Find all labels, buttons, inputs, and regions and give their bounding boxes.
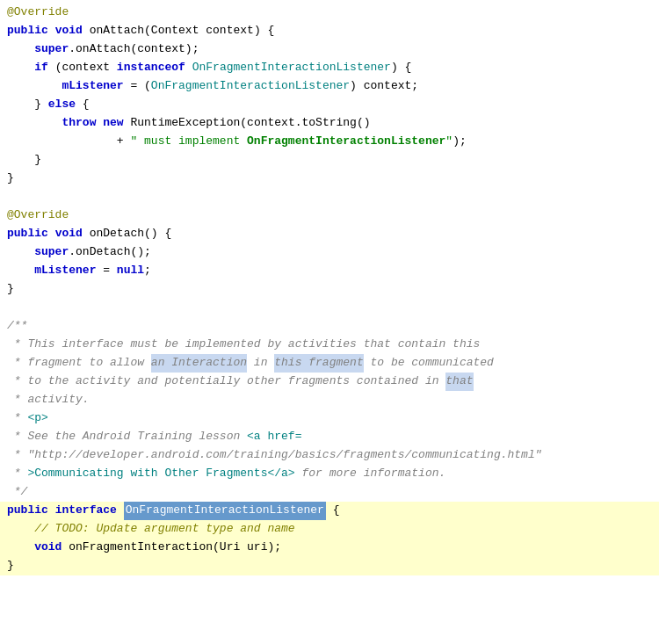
code-line-15: mListener = null; xyxy=(0,262,659,280)
code-line-26: * >Communicating with Other Fragments</a… xyxy=(0,465,659,483)
code-line-7: throw new RuntimeException(context.toStr… xyxy=(0,114,659,133)
code-line-25: * "http://developer.android.com/training… xyxy=(0,446,659,465)
code-editor: @Override public void onAttach(Context c… xyxy=(0,0,659,644)
code-line-12: @Override xyxy=(0,206,659,225)
code-line-16: } xyxy=(0,280,659,299)
code-line-19: * This interface must be implemented by … xyxy=(0,336,659,354)
code-line-18: /** xyxy=(0,317,659,336)
code-line-6: } else { xyxy=(0,96,659,114)
code-line-31: } xyxy=(0,557,659,575)
code-line-20: * fragment to allow an Interaction in th… xyxy=(0,354,659,373)
code-line-21: * to the activity and potentially other … xyxy=(0,373,659,391)
code-line-3: super.onAttach(context); xyxy=(0,40,659,59)
code-line-14: super.onDetach(); xyxy=(0,243,659,262)
code-line-27: */ xyxy=(0,483,659,502)
code-line-24: * See the Android Training lesson <a hre… xyxy=(0,428,659,446)
code-line-30: void onFragmentInteraction(Uri uri); xyxy=(0,539,659,557)
code-line-11 xyxy=(0,188,659,206)
code-line-8: + " must implement OnFragmentInteraction… xyxy=(0,133,659,151)
code-line-23: * <p> xyxy=(0,409,659,428)
code-line-10: } xyxy=(0,170,659,188)
code-line-5: mListener = (OnFragmentInteractionListen… xyxy=(0,77,659,96)
code-line-4: if (context instanceof OnFragmentInterac… xyxy=(0,59,659,77)
code-line-17 xyxy=(0,299,659,317)
code-line-29: // TODO: Update argument type and name xyxy=(0,520,659,539)
code-line-2: public void onAttach(Context context) { xyxy=(0,22,659,40)
code-line-13: public void onDetach() { xyxy=(0,225,659,243)
code-line-9: } xyxy=(0,151,659,170)
code-line-1: @Override xyxy=(0,4,659,22)
code-line-22: * activity. xyxy=(0,391,659,409)
annotation-override-1: @Override xyxy=(7,4,69,22)
code-line-28: public interface OnFragmentInteractionLi… xyxy=(0,502,659,520)
